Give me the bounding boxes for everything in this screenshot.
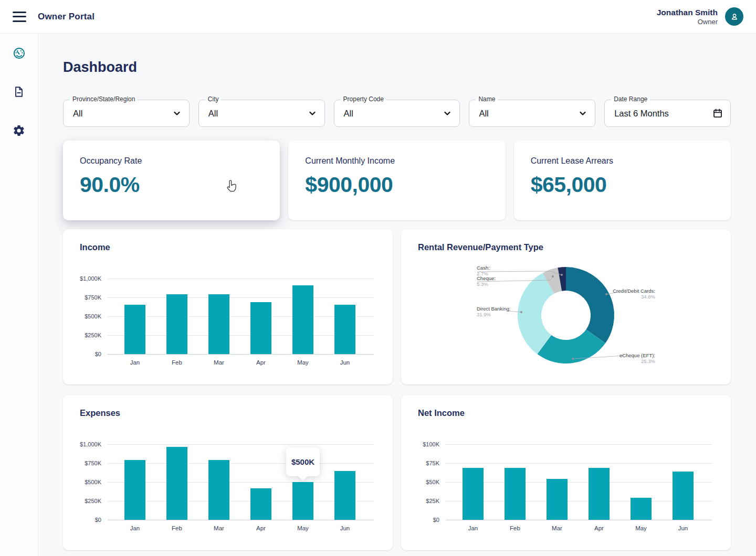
expenses-chart-card: Expenses $0$250K$500K$750K$1,000KJanFebM… [63, 395, 393, 550]
kpi-label: Occupancy Rate [80, 156, 263, 166]
filter-region[interactable]: Province/State/Region All [63, 100, 190, 127]
bar-feb [505, 468, 526, 520]
donut-label-pct: 25.3% [641, 358, 655, 364]
app-title: Owner Portal [38, 12, 94, 22]
donut-label-pct: 2.7% [477, 271, 488, 276]
bar-may [292, 482, 313, 520]
kpi-current-lease-arrears[interactable]: Current Lease Arrears $65,000 [514, 141, 731, 220]
x-axis-label: Jan [456, 525, 490, 531]
filter-region-label: Province/State/Region [70, 95, 138, 103]
chevron-down-icon [578, 109, 587, 118]
filter-name-value: All [479, 109, 488, 119]
income-bar-chart: $0$250K$500K$750K$1,000KJanFebMarAprMayJ… [63, 229, 393, 384]
x-axis-label: Feb [160, 525, 194, 531]
sidebar-item-settings[interactable] [12, 124, 26, 137]
sidebar-item-documents[interactable] [12, 85, 26, 99]
bar-mar [547, 479, 568, 520]
bar-apr [589, 468, 610, 520]
y-axis-tick: $75K [401, 460, 439, 466]
kpi-label: Current Lease Arrears [531, 156, 714, 166]
bar-feb [166, 447, 187, 520]
x-axis-label: Feb [160, 359, 194, 366]
avatar[interactable] [725, 7, 743, 26]
x-axis-label: Jan [118, 525, 152, 531]
donut-label-name: eCheque (EFT): [620, 352, 655, 358]
filter-row: Province/State/Region All City All Prope… [63, 100, 731, 127]
chevron-down-icon [308, 109, 317, 118]
filter-region-value: All [73, 109, 82, 119]
filter-date-range[interactable]: Date Range Last 6 Months [604, 100, 731, 127]
bar-jun [673, 472, 694, 520]
sidebar [0, 34, 38, 556]
filter-city[interactable]: City All [198, 100, 325, 127]
y-axis-tick: $50K [401, 479, 439, 485]
donut-label-name: Direct Banking: [477, 306, 510, 312]
filter-name[interactable]: Name All [469, 100, 595, 127]
expenses-bar-chart: $0$250K$500K$750K$1,000KJanFebMarAprMayJ… [63, 395, 393, 550]
filter-property-code[interactable]: Property Code All [334, 100, 460, 127]
tooltip-value: $500K [291, 457, 314, 466]
bar-jan [124, 460, 145, 520]
gridline [108, 297, 374, 298]
bar-jun [334, 471, 355, 520]
kpi-value: 90.0% [80, 173, 263, 197]
x-axis-label: May [286, 525, 320, 531]
gridline [108, 463, 374, 464]
y-axis-tick: $250K [63, 332, 101, 338]
top-bar: Owner Portal Jonathan Smith Owner [0, 0, 756, 34]
bar-jan [124, 305, 145, 354]
x-axis-label: Mar [202, 525, 236, 531]
user-block: Jonathan Smith Owner [657, 7, 718, 26]
calendar-icon [712, 108, 723, 119]
filter-date-range-value: Last 6 Months [614, 109, 669, 119]
filter-property-code-value: All [344, 109, 353, 119]
gridline [108, 316, 374, 317]
main-content: Dashboard Province/State/Region All City… [38, 34, 756, 556]
gridline [446, 520, 712, 520]
payment-type-donut-chart: Credit/Debit Cards:34.8%eCheque (EFT):25… [401, 229, 731, 384]
donut-label-name: Cash: [477, 265, 490, 271]
bar-may [631, 498, 652, 520]
gridline [446, 463, 712, 464]
bar-feb [166, 294, 187, 354]
gridline [108, 520, 374, 520]
page-title: Dashboard [63, 59, 731, 76]
payment-type-chart-card: Rental Revenue/Payment Type Credit/Debit… [401, 229, 731, 384]
gridline [108, 335, 374, 336]
filter-city-value: All [208, 109, 218, 119]
sidebar-item-dashboard[interactable] [12, 46, 26, 60]
donut-label-pct: 31.9% [477, 312, 491, 317]
filter-date-range-label: Date Range [611, 95, 650, 103]
bar-may [292, 285, 313, 354]
donut-slice-credit-debit-cards [566, 267, 614, 343]
filter-property-code-label: Property Code [341, 95, 386, 103]
x-axis-label: Apr [244, 359, 278, 366]
charts-grid: Income $0$250K$500K$750K$1,000KJanFebMar… [63, 229, 731, 550]
kpi-row: Occupancy Rate 90.0% Current Monthly Inc… [63, 141, 731, 220]
x-axis-label: Jan [118, 359, 152, 366]
gear-icon [13, 124, 25, 137]
x-axis-label: Jun [328, 525, 362, 531]
chart-tooltip: $500K [286, 447, 320, 476]
speedometer-icon [13, 47, 26, 60]
gridline [446, 482, 712, 483]
leader-dot [520, 311, 522, 313]
income-chart-card: Income $0$250K$500K$750K$1,000KJanFebMar… [63, 229, 393, 384]
y-axis-tick: $100K [401, 441, 439, 447]
document-icon [13, 85, 25, 98]
kpi-current-monthly-income[interactable]: Current Monthly Income $900,000 [288, 141, 505, 220]
y-axis-tick: $250K [63, 498, 101, 504]
x-axis-label: Mar [202, 359, 236, 366]
bar-mar [208, 294, 229, 354]
net-income-bar-chart: $0$25K$50K$75K$100KJanFebMarAprMayJun [401, 395, 731, 550]
gridline [108, 444, 374, 445]
kpi-occupancy-rate[interactable]: Occupancy Rate 90.0% [63, 141, 280, 220]
gridline [108, 482, 374, 483]
x-axis-label: Jun [328, 359, 362, 366]
menu-icon[interactable] [13, 12, 26, 22]
kpi-value: $65,000 [531, 173, 714, 197]
y-axis-tick: $0 [401, 517, 439, 523]
gridline [446, 501, 712, 501]
chevron-down-icon [172, 109, 182, 118]
leader-dot [572, 358, 574, 360]
